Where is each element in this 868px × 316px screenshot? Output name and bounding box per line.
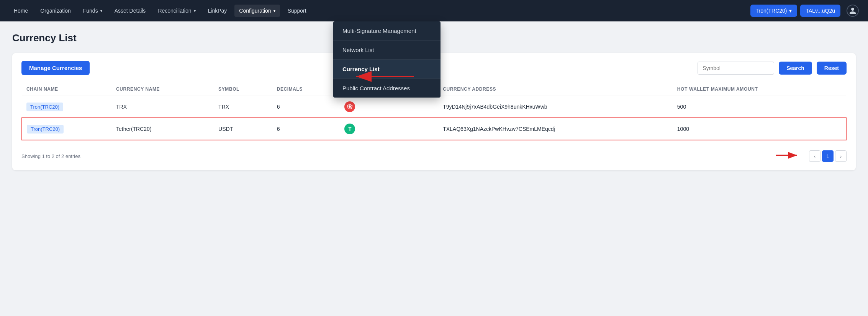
dropdown-item-currency-list[interactable]: Currency List bbox=[333, 60, 441, 79]
configuration-dropdown: Multi-Signature Management Network List … bbox=[333, 21, 441, 98]
configuration-chevron-icon: ▾ bbox=[274, 9, 275, 13]
wallet-address-button[interactable]: TALv...uQ2u bbox=[800, 5, 840, 17]
tron-network-button[interactable]: Tron(TRC20) ▾ bbox=[750, 5, 798, 17]
cell-chain-name: Tron(TRC20) bbox=[22, 96, 111, 118]
cell-icon: T bbox=[340, 118, 438, 140]
pagination: Showing 1 to 2 of 2 entries ‹ bbox=[21, 147, 847, 163]
manage-currencies-button[interactable]: Manage Currencies bbox=[21, 61, 90, 75]
pagination-info: Showing 1 to 2 of 2 entries bbox=[21, 153, 80, 159]
nav-support[interactable]: Support bbox=[283, 5, 311, 17]
reconciliation-chevron-icon: ▾ bbox=[194, 9, 196, 13]
cell-decimals: 6 bbox=[272, 96, 340, 118]
pagination-controls: ‹ 1 › bbox=[809, 150, 847, 162]
cell-symbol: TRX bbox=[214, 96, 272, 118]
cell-hot-wallet: 500 bbox=[673, 96, 846, 118]
cell-chain-name: Tron(TRC20) bbox=[22, 118, 111, 140]
funds-chevron-icon: ▾ bbox=[100, 9, 102, 13]
col-currency-address: CURRENCY ADDRESS bbox=[438, 83, 673, 96]
cell-icon bbox=[340, 96, 438, 118]
col-symbol: SYMBOL bbox=[214, 83, 272, 96]
cell-currency-name: Tether(TRC20) bbox=[111, 118, 214, 140]
cell-address: T9yD14Nj9j7xAB4dbGeiX9h8unkKHxuWwb bbox=[438, 96, 673, 118]
nav-asset-details[interactable]: Asset Details bbox=[110, 5, 151, 17]
cell-hot-wallet: 1000 bbox=[673, 118, 846, 140]
next-page-button[interactable]: › bbox=[835, 150, 847, 162]
usdt-icon: T bbox=[344, 124, 355, 134]
col-hot-wallet-max: HOT WALLET MAXIMUM AMOUNT bbox=[673, 83, 846, 96]
nav-home[interactable]: Home bbox=[9, 5, 33, 17]
cell-symbol: USDT bbox=[214, 118, 272, 140]
col-currency-name: CURRENCY NAME bbox=[111, 83, 214, 96]
nav-reconciliation[interactable]: Reconciliation ▾ bbox=[153, 5, 200, 17]
dropdown-item-public-contracts[interactable]: Public Contract Addresses bbox=[333, 79, 441, 98]
user-avatar[interactable] bbox=[847, 5, 859, 17]
cell-currency-name: TRX bbox=[111, 96, 214, 118]
chain-badge: Tron(TRC20) bbox=[26, 103, 63, 111]
cell-address: TXLAQ63Xg1NAzckPwKHvzw7CSEmLMEqcdj bbox=[438, 118, 673, 140]
nav-organization[interactable]: Organization bbox=[36, 5, 75, 17]
prev-page-button[interactable]: ‹ bbox=[809, 150, 821, 162]
table-row[interactable]: Tron(TRC20) Tether(TRC20) USDT 6 T TXLAQ… bbox=[22, 118, 846, 140]
chain-badge: Tron(TRC20) bbox=[27, 125, 64, 134]
nav-linkpay[interactable]: LinkPay bbox=[203, 5, 232, 17]
tron-chevron-icon: ▾ bbox=[789, 8, 792, 14]
nav-configuration[interactable]: Configuration ▾ bbox=[234, 5, 280, 17]
search-input[interactable] bbox=[698, 62, 774, 75]
nav-funds[interactable]: Funds ▾ bbox=[79, 5, 107, 17]
navbar: Home Organization Funds ▾ Asset Details … bbox=[0, 0, 868, 21]
page-1-button[interactable]: 1 bbox=[822, 150, 834, 162]
cell-decimals: 6 bbox=[272, 118, 340, 140]
search-button[interactable]: Search bbox=[779, 62, 812, 75]
col-decimals: DECIMALS bbox=[272, 83, 340, 96]
svg-marker-2 bbox=[349, 105, 351, 108]
reset-button[interactable]: Reset bbox=[817, 62, 847, 75]
trx-icon bbox=[344, 101, 355, 112]
dropdown-item-network-list[interactable]: Network List bbox=[333, 41, 441, 60]
dropdown-item-multisig[interactable]: Multi-Signature Management bbox=[333, 21, 441, 41]
table-row[interactable]: Tron(TRC20) TRX TRX 6 bbox=[22, 96, 846, 118]
col-chain-name: CHAIN NAME bbox=[22, 83, 111, 96]
